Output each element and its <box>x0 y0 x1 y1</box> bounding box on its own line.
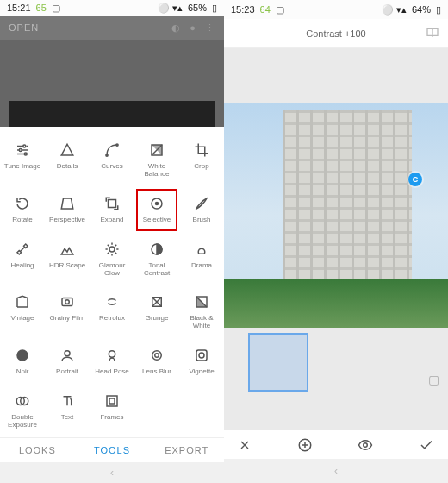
tool-expand[interactable]: Expand <box>90 187 134 233</box>
drama-icon <box>192 240 211 259</box>
icons: ▢ <box>52 3 60 14</box>
tool-label: Tune Image <box>4 163 40 171</box>
headpose-icon <box>103 346 121 365</box>
building-photo: C <box>224 104 448 328</box>
tool-label: Text <box>61 414 74 422</box>
svg-point-9 <box>109 247 115 252</box>
tool-lensblur[interactable]: Lens Blur <box>134 339 179 385</box>
tool-persp[interactable]: Perspective <box>45 187 90 233</box>
visibility-button[interactable] <box>358 437 373 453</box>
tool-label: Black & White <box>181 315 222 330</box>
tool-glow[interactable]: Glamour Glow <box>90 233 134 286</box>
adjust-label: Contrast +100 <box>306 28 365 39</box>
tool-label: Glamour Glow <box>91 262 133 278</box>
cast-icon[interactable]: ◐ <box>171 22 181 34</box>
battery: 65% <box>188 3 207 13</box>
selective-point[interactable]: C <box>408 172 422 186</box>
tab-tools[interactable]: TOOLS <box>75 438 150 462</box>
tool-curves[interactable]: Curves <box>90 134 134 187</box>
svg-point-4 <box>116 144 118 146</box>
open-button[interactable]: OPEN <box>9 22 39 33</box>
image-preview-dimmed <box>0 40 224 128</box>
tool-crop[interactable]: Crop <box>179 134 224 187</box>
tool-label: Retrolux <box>99 315 125 323</box>
cancel-button[interactable] <box>238 438 252 452</box>
tonal-icon <box>147 240 166 259</box>
tool-retrolux[interactable]: Retrolux <box>90 285 134 339</box>
svg-rect-6 <box>109 199 116 207</box>
edit-header: Contrast +100 <box>224 19 448 48</box>
info-icon[interactable]: ● <box>190 22 196 33</box>
add-point-button[interactable] <box>297 437 313 453</box>
tool-label: Head Pose <box>95 368 129 376</box>
rotate-icon <box>13 194 32 213</box>
tool-label: Crop <box>194 163 208 171</box>
persp-icon <box>58 194 77 213</box>
hdr-icon <box>58 240 77 259</box>
grunge-icon <box>147 292 166 311</box>
battery-icon: ▯ <box>212 3 217 14</box>
tool-label: Perspective <box>49 216 85 224</box>
tool-label: Grainy Film <box>50 315 85 323</box>
tool-tune[interactable]: Tune Image <box>0 134 45 187</box>
tool-rotate[interactable]: Rotate <box>0 187 45 233</box>
frames-icon <box>103 392 121 411</box>
svg-point-18 <box>155 354 159 358</box>
tool-bw[interactable]: Black & White <box>179 285 224 339</box>
svg-rect-24 <box>107 396 117 406</box>
lensblur-icon <box>147 346 166 365</box>
curves-icon <box>103 141 121 160</box>
svg-point-1 <box>19 149 22 152</box>
tool-portrait[interactable]: Portrait <box>45 339 90 385</box>
tool-label: Grunge <box>146 315 169 323</box>
tool-vignette[interactable]: Vignette <box>179 339 224 385</box>
tool-frames[interactable]: Frames <box>90 385 134 438</box>
tool-label: Noir <box>16 368 29 376</box>
wifi-icon: ⚪ ▾▴ <box>158 3 183 14</box>
tab-looks[interactable]: LOOKS <box>0 438 75 462</box>
tool-label: Lens Blur <box>142 368 171 376</box>
tab-export[interactable]: EXPORT <box>149 438 224 462</box>
tool-text[interactable]: Text <box>45 385 90 438</box>
tune-icon <box>13 141 32 160</box>
tool-grunge[interactable]: Grunge <box>134 285 179 339</box>
bottom-tabs: LOOKS TOOLS EXPORT <box>0 437 224 462</box>
more-icon[interactable]: ⋮ <box>205 22 215 34</box>
time: 15:23 <box>231 4 255 15</box>
tool-dblexp[interactable]: Double Exposure <box>0 385 45 438</box>
tool-label: Frames <box>100 414 123 422</box>
tool-brush[interactable]: Brush <box>179 187 224 233</box>
tool-wb[interactable]: White Balance <box>134 134 179 187</box>
tool-headpose[interactable]: Head Pose <box>90 339 134 385</box>
appbar: OPEN ◐ ● ⋮ <box>0 16 224 40</box>
statusbar-right: 15:23 64 ▢ ⚪ ▾▴ 64% ▯ <box>224 0 448 19</box>
tool-label: Curves <box>101 163 122 171</box>
tool-label: Tonal Contrast <box>136 262 177 278</box>
brush-icon <box>192 194 211 213</box>
tool-selective[interactable]: Selective <box>134 187 179 233</box>
tool-tonal[interactable]: Tonal Contrast <box>134 233 179 286</box>
temp: 64 <box>260 4 271 15</box>
image-area[interactable]: C ▢ <box>224 48 448 430</box>
svg-point-27 <box>364 442 368 447</box>
tool-details[interactable]: Details <box>45 134 90 187</box>
tool-vintage[interactable]: Vintage <box>0 285 45 339</box>
bw-icon <box>192 292 211 311</box>
svg-point-8 <box>156 202 159 204</box>
apply-button[interactable] <box>419 437 434 453</box>
tutorial-icon[interactable] <box>426 26 439 40</box>
tool-label: Healing <box>10 262 34 270</box>
tool-healing[interactable]: Healing <box>0 233 45 286</box>
edit-bottombar <box>224 430 448 459</box>
vignette-icon <box>192 346 211 365</box>
tool-drama[interactable]: Drama <box>179 233 224 286</box>
compare-thumbnail[interactable] <box>248 333 308 392</box>
tool-grainy[interactable]: Grainy Film <box>45 285 90 339</box>
tool-noir[interactable]: Noir <box>0 339 45 385</box>
android-navbar: ‹ <box>224 459 448 483</box>
crop-icon <box>192 141 211 160</box>
dblexp-icon <box>13 392 32 411</box>
tool-hdr[interactable]: HDR Scape <box>45 233 90 286</box>
vintage-icon <box>13 292 32 311</box>
bookmark-icon[interactable]: ▢ <box>428 373 439 386</box>
